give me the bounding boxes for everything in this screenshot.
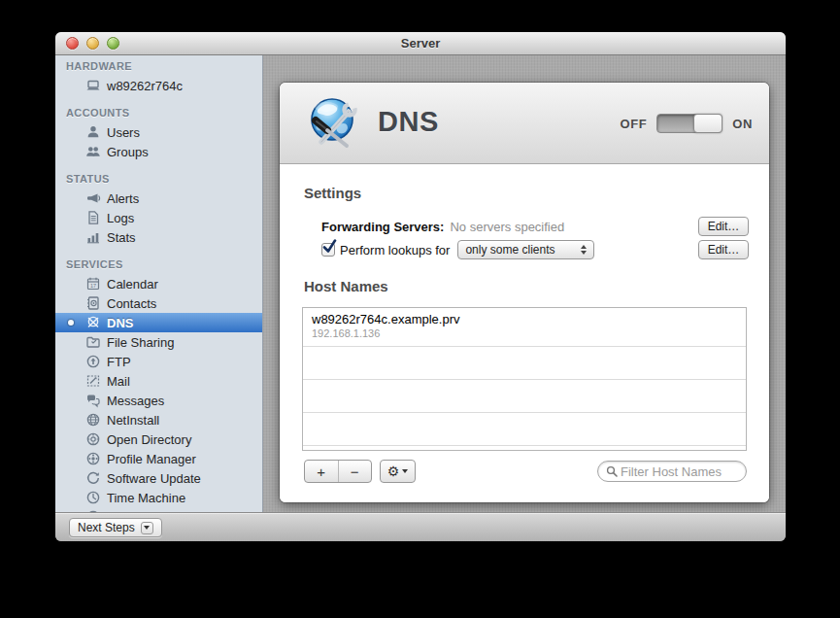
sidebar-item-logs[interactable]: Logs [55,208,262,227]
sidebar-item-w89262r764c[interactable]: w89262r764c [55,76,262,95]
empty-table-row[interactable] [303,413,746,446]
add-host-button[interactable]: + [305,461,339,482]
sidebar-item-label: Profile Manager [107,452,196,466]
titlebar[interactable]: Server [55,32,786,55]
folder-icon [85,334,101,350]
sidebar-item-messages[interactable]: Messages [55,391,262,410]
sidebar-item-calendar[interactable]: 17Calendar [55,274,262,293]
lookups-edit-button[interactable]: Edit… [698,240,749,259]
add-remove-segmented-control: + − [304,460,372,483]
sidebar-item-label: Users [107,125,140,140]
service-running-dot [68,320,74,326]
forwarding-servers-value: No servers specified [450,220,564,234]
sidebar-item-ftp[interactable]: FTP [55,352,262,371]
sidebar-item-label: Open Directory [107,432,191,447]
sidebar-item-contacts[interactable]: Contacts [55,293,262,313]
sidebar-item-label: DNS [107,316,133,330]
sidebar-item-netinstall[interactable]: NetInstall [55,410,262,429]
sidebar-item-dns[interactable]: DNS [55,313,262,332]
gear-dropdown-arrow-icon [402,469,408,473]
perform-lookups-label: Perform lookups for [340,243,450,258]
window-title: Server [55,32,786,55]
sidebar-item-label: Logs [107,211,134,225]
sidebar-item-label: NetInstall [107,413,159,428]
sidebar-item-label: Stats [107,230,136,245]
popup-updown-arrows-icon [581,245,587,255]
sidebar-item-label: Calendar [107,277,158,292]
dns-panel-body: Settings Forwarding Servers: No servers … [280,164,769,502]
host-names-heading: Host Names [304,278,388,294]
service-power-toggle[interactable] [656,114,722,133]
next-steps-button[interactable]: Next Steps [69,518,162,537]
next-steps-label: Next Steps [78,521,135,534]
sidebar-item-label: Software Update [107,471,201,486]
globe-icon [85,412,101,428]
profile-icon [85,451,101,466]
footer-bar: Next Steps [55,512,786,541]
power-toggle-group: OFF ON [621,114,754,133]
content-area: DNS OFF ON Settings Forwarding Servers: … [263,55,786,512]
lookup-clients-selected-option: only some clients [465,243,554,257]
main-split: HARDWAREw89262r764cACCOUNTSUsersGroupsST… [55,55,786,512]
sidebar-item-label: w89262r764c [107,79,183,93]
sidebar-item-label: Alerts [107,191,139,206]
address-book-icon [85,295,101,311]
globe-tools-icon [85,315,101,330]
host-ip-address: 192.168.1.136 [312,327,737,339]
calendar-icon: 17 [85,276,101,292]
sidebar-item-label: Mail [107,374,130,389]
sidebar-item-groups[interactable]: Groups [55,142,262,161]
stamp-icon [85,373,101,389]
settings-heading: Settings [304,185,361,201]
update-icon [85,470,101,486]
sidebar-item-software-update[interactable]: Software Update [55,468,262,488]
off-label: OFF [621,117,648,131]
search-icon [606,465,618,477]
host-name-row[interactable]: w89262r764c.example.prv192.168.1.136 [303,308,746,347]
dns-panel: DNS OFF ON Settings Forwarding Servers: … [280,83,769,502]
toggle-knob[interactable] [693,114,722,133]
sidebar-item-mail[interactable]: Mail [55,371,262,391]
sidebar-item-label: Contacts [107,296,156,311]
megaphone-icon [85,190,101,206]
empty-table-row[interactable] [303,347,746,380]
sidebar-item-label: File Sharing [107,335,174,350]
lookup-clients-popup[interactable]: only some clients [457,240,594,259]
sidebar-item-label: Time Machine [107,491,185,505]
sidebar-item-users[interactable]: Users [55,122,262,142]
sidebar-item-alerts[interactable]: Alerts [55,189,262,208]
clock-icon [85,490,101,505]
perform-lookups-row: Perform lookups for only some clients [321,240,594,259]
group-icon [85,144,101,159]
user-icon [85,124,101,140]
dns-panel-header: DNS OFF ON [280,83,769,164]
host-names-table[interactable]: w89262r764c.example.prv192.168.1.136 [302,307,747,451]
sidebar-group-services: SERVICES [55,255,262,274]
chat-icon [85,393,101,408]
sidebar-item-open-directory[interactable]: Open Directory [55,429,262,449]
sidebar-item-label: Messages [107,394,164,408]
sidebar-item-label: Groups [107,145,149,159]
sidebar-item-stats[interactable]: Stats [55,227,262,247]
sidebar-item-profile-manager[interactable]: Profile Manager [55,449,262,468]
globe-arrow-icon [85,354,101,369]
remove-host-button[interactable]: − [339,461,372,482]
forwarding-edit-button[interactable]: Edit… [698,217,749,236]
bar-chart-icon [85,229,101,245]
filter-host-names-input[interactable] [621,464,738,479]
forwarding-servers-row: Forwarding Servers: No servers specified [321,217,564,236]
sidebar-item-time-machine[interactable]: Time Machine [55,488,262,507]
action-gear-button[interactable]: ⚙ [380,460,416,483]
sidebar-item-label: FTP [107,355,131,369]
computer-icon [85,78,101,93]
sidebar-group-hardware: HARDWARE [55,56,262,76]
next-steps-disclosure-icon [141,522,153,534]
directory-icon [85,431,101,447]
empty-table-row[interactable] [303,380,746,413]
on-label: ON [732,117,753,131]
filter-host-names-field[interactable] [597,461,747,482]
host-name: w89262r764c.example.prv [312,312,737,326]
sidebar-item-file-sharing[interactable]: File Sharing [55,332,262,352]
svg-text:17: 17 [90,283,96,289]
perform-lookups-checkbox[interactable] [321,243,335,257]
